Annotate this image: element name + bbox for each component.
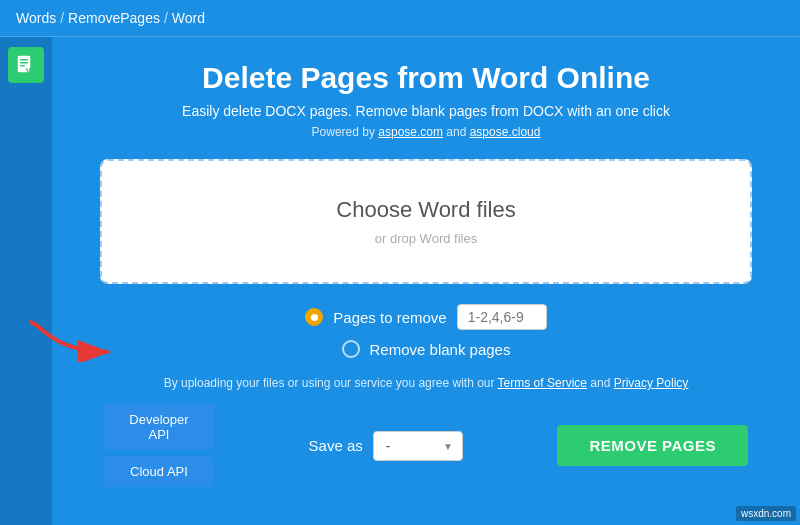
privacy-link[interactable]: Privacy Policy bbox=[614, 376, 689, 390]
remove-pages-button[interactable]: REMOVE PAGES bbox=[557, 425, 748, 466]
blank-label: Remove blank pages bbox=[370, 341, 511, 358]
powered-mid: and bbox=[443, 125, 470, 139]
red-arrow-icon bbox=[20, 312, 140, 362]
terms-mid: and bbox=[587, 376, 614, 390]
file-dropzone[interactable]: Choose Word files or drop Word files bbox=[100, 159, 752, 284]
cloud-api-button[interactable]: Cloud API bbox=[104, 456, 214, 487]
watermark: wsxdn.com bbox=[736, 506, 796, 521]
sidebar-word-icon[interactable]: W bbox=[8, 47, 44, 83]
dropzone-title: Choose Word files bbox=[122, 197, 730, 223]
main-content: Delete Pages from Word Online Easily del… bbox=[52, 37, 800, 507]
svg-rect-1 bbox=[20, 59, 28, 61]
terms-text: By uploading your files or using our ser… bbox=[100, 376, 752, 390]
save-as-row: Save as - DOCX PDF DOC bbox=[228, 431, 543, 461]
remove-blank-option: Remove blank pages bbox=[342, 340, 511, 358]
terms-prefix: By uploading your files or using our ser… bbox=[164, 376, 498, 390]
save-format-select[interactable]: - DOCX PDF DOC bbox=[373, 431, 463, 461]
left-buttons: Developer API Cloud API bbox=[104, 404, 214, 487]
breadcrumb-sep1: / bbox=[60, 10, 64, 26]
aspose-com-link[interactable]: aspose.com bbox=[378, 125, 443, 139]
save-as-label: Save as bbox=[309, 437, 363, 454]
svg-rect-3 bbox=[20, 65, 25, 67]
aspose-cloud-link[interactable]: aspose.cloud bbox=[470, 125, 541, 139]
breadcrumb-removepages[interactable]: RemovePages bbox=[68, 10, 160, 26]
options-section: Pages to remove Remove blank pages bbox=[100, 304, 752, 358]
pages-input[interactable] bbox=[457, 304, 547, 330]
pages-radio-button[interactable] bbox=[305, 308, 323, 326]
sidebar: W bbox=[0, 37, 52, 525]
powered-by: Powered by aspose.com and aspose.cloud bbox=[100, 125, 752, 139]
subtitle: Easily delete DOCX pages. Remove blank p… bbox=[100, 103, 752, 119]
svg-rect-2 bbox=[20, 62, 28, 64]
svg-text:W: W bbox=[26, 66, 35, 76]
tos-link[interactable]: Terms of Service bbox=[498, 376, 587, 390]
page-title: Delete Pages from Word Online bbox=[100, 61, 752, 95]
powered-prefix: Powered by bbox=[312, 125, 379, 139]
breadcrumb: Words / RemovePages / Word bbox=[0, 0, 800, 37]
pages-to-remove-option: Pages to remove bbox=[305, 304, 546, 330]
blank-radio-button[interactable] bbox=[342, 340, 360, 358]
breadcrumb-word[interactable]: Word bbox=[172, 10, 205, 26]
dropzone-subtitle: or drop Word files bbox=[122, 231, 730, 246]
save-format-select-wrapper: - DOCX PDF DOC bbox=[373, 431, 463, 461]
breadcrumb-words[interactable]: Words bbox=[16, 10, 56, 26]
pages-label: Pages to remove bbox=[333, 309, 446, 326]
bottom-bar: Developer API Cloud API Save as - DOCX P… bbox=[100, 404, 752, 487]
developer-api-button[interactable]: Developer API bbox=[104, 404, 214, 450]
breadcrumb-sep2: / bbox=[164, 10, 168, 26]
